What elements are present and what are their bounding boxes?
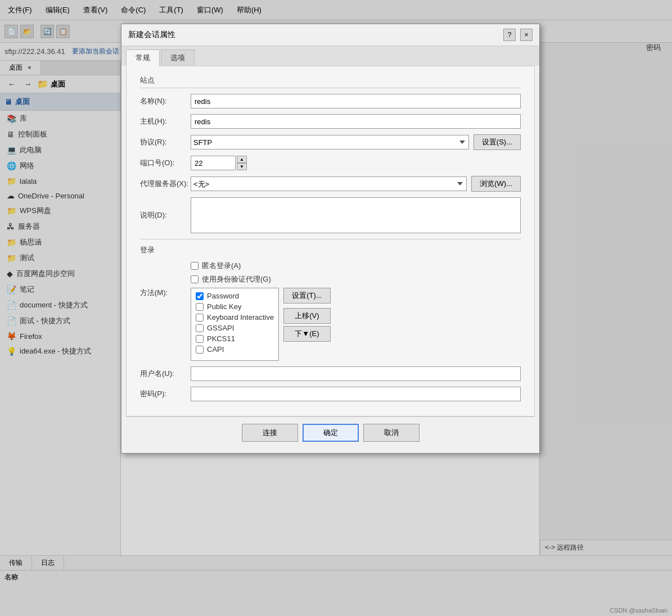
ok-button[interactable]: 确定: [303, 424, 359, 442]
method-publickey: Public Key: [196, 302, 274, 311]
anon-login-label: 匿名登录(A): [202, 261, 241, 271]
port-label: 端口号(O):: [140, 158, 191, 168]
method-capi: CAPI: [196, 345, 274, 354]
method-password-checkbox[interactable]: [196, 292, 204, 300]
use-agent-checkbox[interactable]: [191, 275, 199, 283]
username-input[interactable]: [191, 366, 521, 381]
method-publickey-label: Public Key: [207, 302, 241, 311]
auth-method-wrap: Password Public Key Keyboard Interactive…: [191, 288, 331, 361]
name-input[interactable]: [191, 94, 521, 108]
method-capi-checkbox[interactable]: [196, 346, 204, 354]
move-down-button[interactable]: 下▼(E): [283, 326, 330, 342]
name-label: 名称(N):: [140, 96, 191, 106]
method-settings-button[interactable]: 设置(T)...: [283, 288, 330, 304]
auth-method-list: Password Public Key Keyboard Interactive…: [191, 288, 279, 361]
protocol-select-wrap: SFTP FTP SCP 设置(S)...: [191, 134, 521, 150]
method-publickey-checkbox[interactable]: [196, 303, 204, 311]
host-input[interactable]: [191, 114, 521, 129]
method-pkcs11-checkbox[interactable]: [196, 335, 204, 343]
method-pkcs11-label: PKCS11: [207, 334, 235, 343]
method-capi-label: CAPI: [207, 345, 224, 354]
checkbox-row-agent: 使用身份验证代理(G): [191, 274, 521, 284]
dialog-close-button[interactable]: ×: [520, 29, 533, 41]
form-row-method: 方法(M): Password Public Key Keyboard Inte…: [140, 288, 521, 361]
form-row-name: 名称(N):: [140, 94, 521, 108]
port-input[interactable]: [191, 156, 236, 170]
dialog-title: 新建会话属性: [128, 30, 175, 40]
connect-button[interactable]: 连接: [242, 424, 298, 442]
method-label: 方法(M):: [140, 288, 191, 298]
proxy-select-wrap: <无> 浏览(W)...: [191, 176, 521, 192]
use-agent-label: 使用身份验证代理(G): [202, 274, 271, 284]
anon-login-checkbox[interactable]: [191, 262, 199, 270]
form-row-host: 主机(H):: [140, 114, 521, 129]
method-gssapi-checkbox[interactable]: [196, 324, 204, 332]
port-down-spinner[interactable]: ▼: [237, 163, 247, 170]
form-row-protocol: 协议(R): SFTP FTP SCP 设置(S)...: [140, 134, 521, 150]
move-up-button[interactable]: 上移(V): [283, 308, 330, 324]
cancel-button[interactable]: 取消: [363, 424, 420, 442]
password-input[interactable]: [191, 387, 521, 401]
method-keyboard: Keyboard Interactive: [196, 313, 274, 321]
protocol-select[interactable]: SFTP FTP SCP: [191, 135, 469, 150]
protocol-settings-button[interactable]: 设置(S)...: [473, 134, 521, 150]
username-label: 用户名(U):: [140, 369, 191, 379]
auth-method-buttons: 设置(T)... 上移(V) 下▼(E): [283, 288, 330, 342]
tab-general[interactable]: 常规: [126, 49, 160, 66]
dialog-help-button[interactable]: ?: [503, 29, 516, 41]
tab-options[interactable]: 选项: [161, 49, 195, 66]
password-label: 密码(P):: [140, 389, 191, 399]
method-gssapi-label: GSSAPI: [207, 324, 234, 332]
form-row-username: 用户名(U):: [140, 366, 521, 381]
form-row-password: 密码(P):: [140, 387, 521, 401]
proxy-browse-button[interactable]: 浏览(W)...: [471, 176, 521, 192]
checkbox-row-anon: 匿名登录(A): [191, 261, 521, 271]
method-password-label: Password: [207, 292, 239, 300]
dialog-titlebar: 新建会话属性 ? ×: [121, 24, 539, 46]
method-keyboard-label: Keyboard Interactive: [207, 313, 274, 321]
dialog-form-content: 站点 名称(N): 主机(H): 协议(R): SFTP FTP SCP 设置(…: [126, 66, 535, 416]
section-divider: [140, 239, 521, 239]
method-password: Password: [196, 292, 274, 300]
desc-label: 说明(D):: [140, 210, 191, 220]
protocol-label: 协议(R):: [140, 137, 191, 147]
port-wrap: ▲ ▼: [191, 156, 247, 170]
port-up-spinner[interactable]: ▲: [237, 156, 247, 163]
proxy-select[interactable]: <无>: [191, 176, 467, 191]
desc-textarea[interactable]: [191, 197, 521, 233]
dialog-controls: ? ×: [503, 29, 533, 41]
dialog-tabs: 常规 选项: [121, 46, 539, 66]
site-section-label: 站点: [140, 75, 521, 88]
form-row-desc: 说明(D):: [140, 197, 521, 233]
port-spinners: ▲ ▼: [237, 156, 247, 170]
proxy-label: 代理服务器(X):: [140, 179, 191, 189]
dialog-footer: 连接 确定 取消: [126, 416, 535, 449]
form-row-proxy: 代理服务器(X): <无> 浏览(W)...: [140, 176, 521, 192]
method-gssapi: GSSAPI: [196, 324, 274, 332]
form-row-port: 端口号(O): ▲ ▼: [140, 156, 521, 170]
login-section-label: 登录: [140, 245, 521, 255]
dialog: 新建会话属性 ? × 常规 选项 站点 名称(N): 主机(H): 协议(R):: [121, 24, 540, 454]
method-keyboard-checkbox[interactable]: [196, 314, 204, 321]
host-label: 主机(H):: [140, 116, 191, 126]
method-pkcs11: PKCS11: [196, 334, 274, 343]
